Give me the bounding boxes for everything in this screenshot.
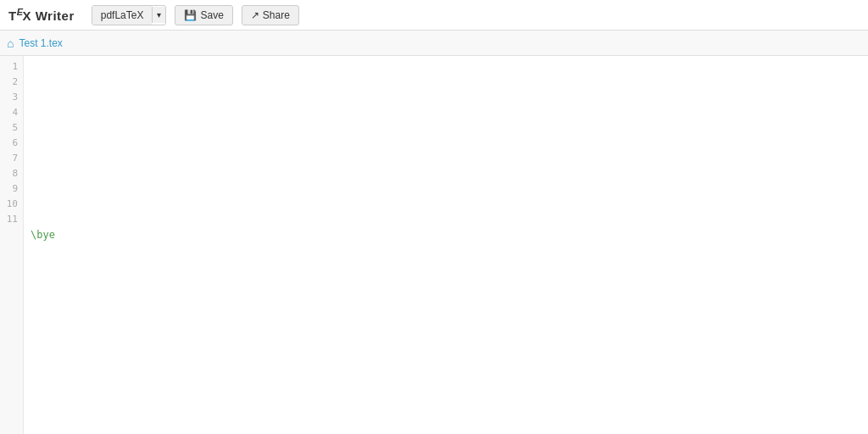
line-number: 5 [0,120,18,136]
line-number: 7 [0,151,18,166]
line-numbers: 1234567891011 [0,56,24,434]
save-button[interactable]: 💾 Save [175,5,232,25]
line-number: 3 [0,90,18,105]
line-number: 10 [0,197,18,212]
line-number: 9 [0,181,18,197]
home-icon[interactable]: ⌂ [7,36,14,50]
compile-dropdown-button[interactable]: ▾ [152,7,165,23]
code-line [31,136,861,151]
compile-button[interactable]: pdfLaTeX [92,6,153,25]
header: TEX Writer pdfLaTeX ▾ 💾 Save ↗ Share [0,0,868,31]
share-button[interactable]: ↗ Share [242,5,299,25]
share-icon: ↗ [251,9,259,21]
code-area[interactable]: \bye [24,56,868,434]
code-line [31,166,861,181]
code-line [31,242,861,258]
save-icon: 💾 [184,9,197,21]
code-line [31,212,861,227]
code-line [31,105,861,120]
code-line: \bye [31,227,861,242]
line-number: 4 [0,105,18,120]
breadcrumb-bar: ⌂ Test 1.tex [0,31,868,56]
compile-group: pdfLaTeX ▾ [92,5,167,25]
editor-area: 1234567891011 \bye [0,56,868,434]
code-line [31,197,861,212]
code-line [31,181,861,197]
line-number: 2 [0,75,18,90]
line-number: 1 [0,59,18,75]
breadcrumb-file[interactable]: Test 1.tex [19,37,62,49]
code-line [31,120,861,136]
app-title: TEX Writer [8,7,75,23]
line-number: 11 [0,212,18,227]
code-line [31,90,861,105]
line-number: 8 [0,166,18,181]
code-line [31,151,861,166]
share-label: Share [263,9,290,21]
line-number: 6 [0,136,18,151]
tex-command: \bye [31,229,55,241]
save-label: Save [200,9,223,21]
app-title-e: E [17,7,24,17]
